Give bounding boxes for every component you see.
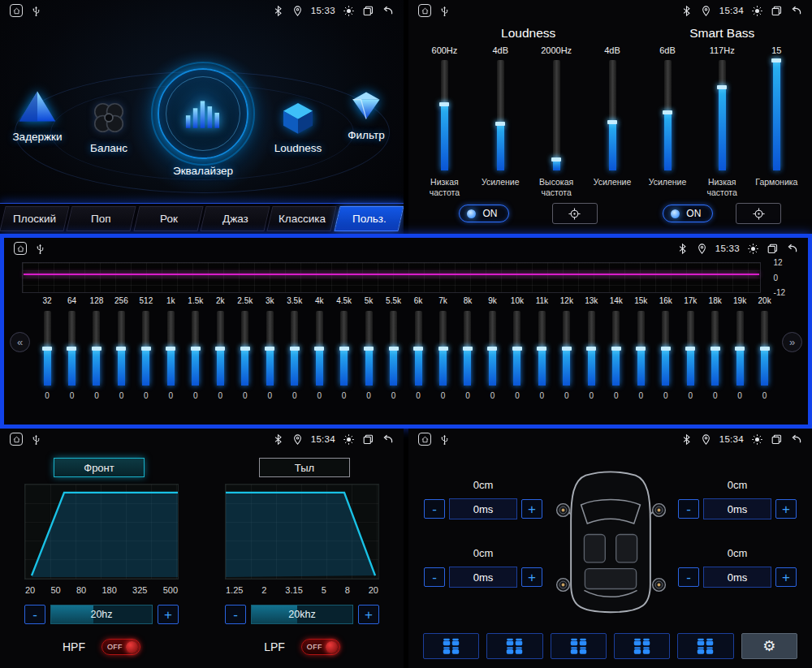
home-icon[interactable] <box>418 4 431 17</box>
lpf-increase-button[interactable]: + <box>358 605 379 624</box>
increase-button[interactable]: + <box>521 567 542 587</box>
eq-band-slider[interactable] <box>538 311 546 386</box>
hpf-off-toggle[interactable]: OFF <box>102 639 140 655</box>
eq-band-slider[interactable] <box>489 311 496 386</box>
eq-band-frequency: 5.5k <box>386 296 401 305</box>
hpf-increase-button[interactable]: + <box>158 605 179 624</box>
eq-band-slider[interactable] <box>464 311 471 386</box>
eq-band-slider[interactable] <box>44 311 51 386</box>
recents-icon[interactable] <box>771 5 783 17</box>
menu-item-balance[interactable]: Баланс <box>75 99 143 154</box>
hpf-frequency-slider[interactable]: 20hz <box>50 605 153 624</box>
brightness-icon[interactable] <box>751 433 763 446</box>
eq-band-slider[interactable] <box>93 311 100 386</box>
increase-button[interactable]: + <box>521 499 542 519</box>
vertical-slider[interactable] <box>773 60 780 170</box>
home-icon[interactable] <box>418 433 431 446</box>
eq-band-slider[interactable] <box>340 311 348 386</box>
vertical-slider[interactable] <box>553 60 560 170</box>
home-icon[interactable] <box>10 4 23 17</box>
eq-band-slider[interactable] <box>439 311 447 386</box>
vertical-slider[interactable] <box>497 60 504 170</box>
decrease-button[interactable]: - <box>424 499 445 519</box>
lpf-frequency-slider[interactable]: 20khz <box>251 605 353 624</box>
eq-band-slider[interactable] <box>588 311 595 386</box>
eq-band-slider[interactable] <box>390 311 397 386</box>
position-preset-1-button[interactable] <box>423 633 479 659</box>
back-icon[interactable] <box>790 433 802 446</box>
position-preset-2-button[interactable] <box>486 633 542 659</box>
decrease-button[interactable]: - <box>424 567 445 587</box>
eq-band-slider[interactable] <box>761 311 768 386</box>
brightness-icon[interactable] <box>751 5 763 17</box>
eq-band-slider[interactable] <box>192 311 199 386</box>
eq-band-slider[interactable] <box>217 311 224 386</box>
recents-icon[interactable] <box>362 5 374 17</box>
eq-band-slider[interactable] <box>291 311 298 386</box>
eq-band-slider[interactable] <box>513 311 520 386</box>
back-icon[interactable] <box>382 433 394 446</box>
eq-band-slider[interactable] <box>415 311 422 386</box>
home-icon[interactable] <box>10 433 23 446</box>
eq-band-slider[interactable] <box>167 311 175 386</box>
home-icon[interactable] <box>14 242 27 255</box>
next-page-button[interactable]: » <box>782 332 802 352</box>
eq-band-slider[interactable] <box>266 311 274 386</box>
decrease-button[interactable]: - <box>678 567 699 587</box>
decrease-button[interactable]: - <box>678 499 699 519</box>
eq-band-slider[interactable] <box>68 311 76 386</box>
menu-item-delays[interactable]: Задержки <box>5 88 70 143</box>
vertical-slider[interactable] <box>441 60 448 170</box>
preset-custom[interactable]: Польз. <box>334 206 404 231</box>
prev-page-button[interactable]: « <box>10 332 30 352</box>
lpf-off-toggle[interactable]: OFF <box>301 639 340 655</box>
menu-item-label: Баланс <box>90 142 127 154</box>
brightness-icon[interactable] <box>343 433 355 446</box>
brightness-icon[interactable] <box>747 243 759 255</box>
recents-icon[interactable] <box>362 433 374 446</box>
increase-button[interactable]: + <box>775 567 797 587</box>
hpf-decrease-button[interactable]: - <box>24 605 45 624</box>
eq-band-slider[interactable] <box>142 311 149 386</box>
vertical-slider[interactable] <box>664 60 672 170</box>
eq-band-slider[interactable] <box>687 311 694 386</box>
eq-band-slider[interactable] <box>316 311 323 386</box>
eq-band-slider[interactable] <box>241 311 248 386</box>
lpf-decrease-button[interactable]: - <box>225 605 246 624</box>
recents-icon[interactable] <box>767 243 779 255</box>
smartbass-on-toggle[interactable]: ON <box>663 205 713 222</box>
preset-rock[interactable]: Рок <box>133 206 203 231</box>
eq-band-slider[interactable] <box>711 311 719 386</box>
menu-item-equalizer[interactable]: Эквалайзер <box>151 68 255 177</box>
preset-pop[interactable]: Поп <box>67 206 136 231</box>
tab-rear[interactable]: Тыл <box>259 458 350 477</box>
eq-band-slider[interactable] <box>365 311 373 386</box>
back-icon[interactable] <box>786 243 798 255</box>
settings-button[interactable]: ⚙ <box>741 633 797 659</box>
eq-band-slider[interactable] <box>612 311 620 386</box>
brightness-icon[interactable] <box>343 5 355 17</box>
preset-jazz[interactable]: Джаз <box>200 206 270 231</box>
smartbass-reset-button[interactable] <box>736 203 781 224</box>
vertical-slider[interactable] <box>719 60 726 170</box>
position-preset-5-button[interactable] <box>677 633 733 659</box>
loudness-on-toggle[interactable]: ON <box>459 205 509 222</box>
eq-band-slider[interactable] <box>118 311 125 386</box>
eq-band-slider[interactable] <box>563 311 570 386</box>
menu-item-filter[interactable]: Фильтр <box>333 88 400 141</box>
position-preset-3-button[interactable] <box>551 633 607 659</box>
vertical-slider[interactable] <box>609 60 616 170</box>
loudness-reset-button[interactable] <box>552 203 598 224</box>
increase-button[interactable]: + <box>775 499 797 519</box>
eq-band-slider[interactable] <box>662 311 669 386</box>
tab-front[interactable]: Фронт <box>54 458 145 477</box>
back-icon[interactable] <box>790 5 802 17</box>
menu-item-loudness[interactable]: Loudness <box>263 99 333 154</box>
back-icon[interactable] <box>382 5 394 17</box>
preset-classic[interactable]: Классика <box>267 206 337 231</box>
eq-band-slider[interactable] <box>637 311 645 386</box>
eq-band-slider[interactable] <box>736 311 744 386</box>
position-preset-4-button[interactable] <box>614 633 670 659</box>
recents-icon[interactable] <box>771 433 783 446</box>
preset-flat[interactable]: Плоский <box>0 206 70 231</box>
